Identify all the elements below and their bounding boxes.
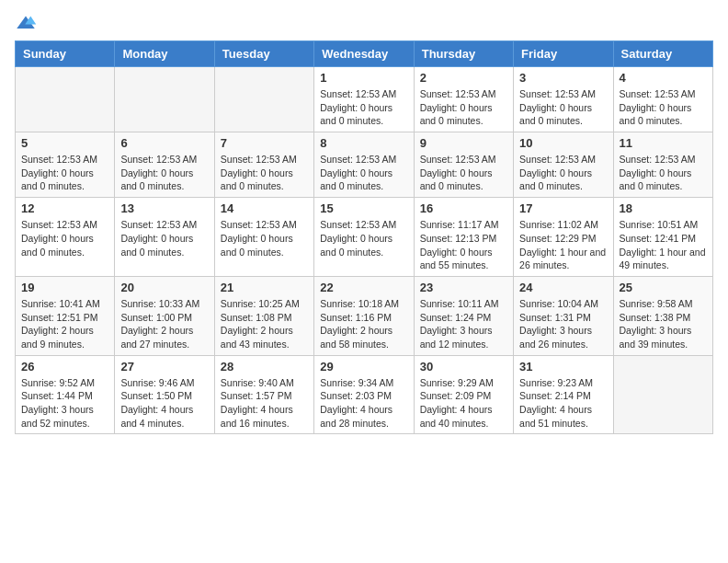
calendar-cell: 4Sunset: 12:53 AM Daylight: 0 hours and … <box>613 67 712 132</box>
day-info: Sunset: 12:53 AM Daylight: 0 hours and 0… <box>120 153 208 193</box>
day-info: Sunset: 12:53 AM Daylight: 0 hours and 0… <box>620 87 707 128</box>
day-info: Sunset: 12:53 AM Daylight: 0 hours and 0… <box>620 153 707 193</box>
day-number: 5 <box>21 136 108 150</box>
day-info: Sunset: 12:53 AM Daylight: 0 hours and 0… <box>519 87 607 128</box>
day-info: Sunrise: 9:46 AM Sunset: 1:50 PM Dayligh… <box>120 376 208 431</box>
calendar-cell: 7Sunset: 12:53 AM Daylight: 0 hours and … <box>214 132 313 198</box>
calendar-cell: 12Sunset: 12:53 AM Daylight: 0 hours and… <box>16 198 115 277</box>
day-info: Sunset: 12:53 AM Daylight: 0 hours and 0… <box>420 87 507 128</box>
day-number: 23 <box>420 281 507 294</box>
day-number: 12 <box>21 201 108 215</box>
day-info: Sunrise: 9:52 AM Sunset: 1:44 PM Dayligh… <box>21 376 108 431</box>
calendar-cell: 22Sunrise: 10:18 AM Sunset: 1:16 PM Dayl… <box>314 276 414 355</box>
calendar-cell: 25Sunrise: 9:58 AM Sunset: 1:38 PM Dayli… <box>613 276 712 355</box>
calendar-cell <box>115 67 214 132</box>
day-info: Sunset: 12:53 AM Daylight: 0 hours and 0… <box>221 218 308 259</box>
day-number: 29 <box>320 360 407 373</box>
calendar-cell: 16Sunrise: 11:17 AM Sunset: 12:13 PM Day… <box>414 198 513 277</box>
calendar-cell: 11Sunset: 12:53 AM Daylight: 0 hours and… <box>613 132 712 198</box>
calendar-cell: 17Sunrise: 11:02 AM Sunset: 12:29 PM Day… <box>514 198 613 277</box>
calendar-cell <box>214 67 313 132</box>
day-info: Sunrise: 9:58 AM Sunset: 1:38 PM Dayligh… <box>620 297 707 351</box>
day-number: 30 <box>420 360 507 373</box>
day-number: 4 <box>620 71 707 85</box>
day-number: 27 <box>120 360 208 373</box>
day-number: 25 <box>620 281 707 294</box>
calendar-cell: 24Sunrise: 10:04 AM Sunset: 1:31 PM Dayl… <box>514 276 613 355</box>
day-info: Sunrise: 10:33 AM Sunset: 1:00 PM Daylig… <box>120 297 208 351</box>
day-number: 2 <box>420 71 507 85</box>
day-info: Sunrise: 11:17 AM Sunset: 12:13 PM Dayli… <box>420 218 507 272</box>
calendar-cell: 2Sunset: 12:53 AM Daylight: 0 hours and … <box>414 67 513 132</box>
calendar-cell: 14Sunset: 12:53 AM Daylight: 0 hours and… <box>214 198 313 277</box>
day-number: 1 <box>320 71 407 85</box>
day-number: 16 <box>420 201 507 215</box>
calendar-cell: 19Sunrise: 10:41 AM Sunset: 12:51 PM Day… <box>16 276 115 355</box>
calendar-cell <box>16 67 115 132</box>
calendar-cell: 28Sunrise: 9:40 AM Sunset: 1:57 PM Dayli… <box>214 355 313 434</box>
day-info: Sunrise: 9:40 AM Sunset: 1:57 PM Dayligh… <box>221 376 308 431</box>
weekday-header-wednesday: Wednesday <box>314 41 414 67</box>
calendar-cell: 5Sunset: 12:53 AM Daylight: 0 hours and … <box>16 132 115 198</box>
calendar-header-row: SundayMondayTuesdayWednesdayThursdayFrid… <box>16 41 713 67</box>
day-number: 11 <box>620 136 707 150</box>
calendar-cell: 3Sunset: 12:53 AM Daylight: 0 hours and … <box>514 67 613 132</box>
day-info: Sunrise: 10:04 AM Sunset: 1:31 PM Daylig… <box>519 297 607 351</box>
calendar-week-3: 12Sunset: 12:53 AM Daylight: 0 hours and… <box>16 198 713 277</box>
day-number: 6 <box>120 136 208 150</box>
calendar-table: SundayMondayTuesdayWednesdayThursdayFrid… <box>15 40 713 434</box>
day-info: Sunset: 12:53 AM Daylight: 0 hours and 0… <box>21 153 108 193</box>
calendar-cell: 13Sunset: 12:53 AM Daylight: 0 hours and… <box>115 198 214 277</box>
day-number: 20 <box>120 281 208 294</box>
day-number: 31 <box>519 360 607 373</box>
weekday-header-saturday: Saturday <box>613 41 712 67</box>
calendar-cell: 21Sunrise: 10:25 AM Sunset: 1:08 PM Dayl… <box>214 276 313 355</box>
day-number: 15 <box>320 201 407 215</box>
day-info: Sunrise: 11:02 AM Sunset: 12:29 PM Dayli… <box>519 218 607 272</box>
day-number: 19 <box>21 281 108 294</box>
day-info: Sunrise: 10:25 AM Sunset: 1:08 PM Daylig… <box>221 297 308 351</box>
calendar-week-1: 1Sunset: 12:53 AM Daylight: 0 hours and … <box>16 67 713 132</box>
calendar-cell: 1Sunset: 12:53 AM Daylight: 0 hours and … <box>314 67 414 132</box>
calendar-cell: 26Sunrise: 9:52 AM Sunset: 1:44 PM Dayli… <box>16 355 115 434</box>
calendar-week-5: 26Sunrise: 9:52 AM Sunset: 1:44 PM Dayli… <box>16 355 713 434</box>
day-info: Sunrise: 10:18 AM Sunset: 1:16 PM Daylig… <box>320 297 407 351</box>
weekday-header-sunday: Sunday <box>16 41 115 67</box>
calendar-cell: 23Sunrise: 10:11 AM Sunset: 1:24 PM Dayl… <box>414 276 513 355</box>
day-number: 18 <box>620 201 707 215</box>
day-number: 26 <box>21 360 108 373</box>
day-info: Sunset: 12:53 AM Daylight: 0 hours and 0… <box>420 153 507 193</box>
weekday-header-thursday: Thursday <box>414 41 513 67</box>
day-info: Sunset: 12:53 AM Daylight: 0 hours and 0… <box>21 218 108 259</box>
day-number: 24 <box>519 281 607 294</box>
day-info: Sunset: 12:53 AM Daylight: 0 hours and 0… <box>221 153 308 193</box>
day-info: Sunrise: 10:11 AM Sunset: 1:24 PM Daylig… <box>420 297 507 351</box>
calendar-cell: 27Sunrise: 9:46 AM Sunset: 1:50 PM Dayli… <box>115 355 214 434</box>
day-number: 14 <box>221 201 308 215</box>
day-number: 13 <box>120 201 208 215</box>
calendar-cell: 29Sunrise: 9:34 AM Sunset: 2:03 PM Dayli… <box>314 355 414 434</box>
weekday-header-tuesday: Tuesday <box>214 41 313 67</box>
day-number: 22 <box>320 281 407 294</box>
calendar-cell: 9Sunset: 12:53 AM Daylight: 0 hours and … <box>414 132 513 198</box>
day-info: Sunset: 12:53 AM Daylight: 0 hours and 0… <box>120 218 208 259</box>
calendar-cell: 8Sunset: 12:53 AM Daylight: 0 hours and … <box>314 132 414 198</box>
calendar-cell: 30Sunrise: 9:29 AM Sunset: 2:09 PM Dayli… <box>414 355 513 434</box>
day-info: Sunset: 12:53 AM Daylight: 0 hours and 0… <box>519 153 607 193</box>
page-header <box>15 15 713 31</box>
day-info: Sunrise: 9:34 AM Sunset: 2:03 PM Dayligh… <box>320 376 407 431</box>
day-number: 8 <box>320 136 407 150</box>
day-number: 9 <box>420 136 507 150</box>
day-info: Sunset: 12:53 AM Daylight: 0 hours and 0… <box>320 87 407 128</box>
weekday-header-monday: Monday <box>115 41 214 67</box>
day-number: 21 <box>221 281 308 294</box>
calendar-cell: 18Sunrise: 10:51 AM Sunset: 12:41 PM Day… <box>613 198 712 277</box>
day-number: 17 <box>519 201 607 215</box>
day-number: 3 <box>519 71 607 85</box>
day-info: Sunrise: 10:51 AM Sunset: 12:41 PM Dayli… <box>620 218 707 272</box>
calendar-cell <box>613 355 712 434</box>
day-number: 7 <box>221 136 308 150</box>
calendar-cell: 6Sunset: 12:53 AM Daylight: 0 hours and … <box>115 132 214 198</box>
day-info: Sunrise: 10:41 AM Sunset: 12:51 PM Dayli… <box>21 297 108 351</box>
calendar-cell: 10Sunset: 12:53 AM Daylight: 0 hours and… <box>514 132 613 198</box>
